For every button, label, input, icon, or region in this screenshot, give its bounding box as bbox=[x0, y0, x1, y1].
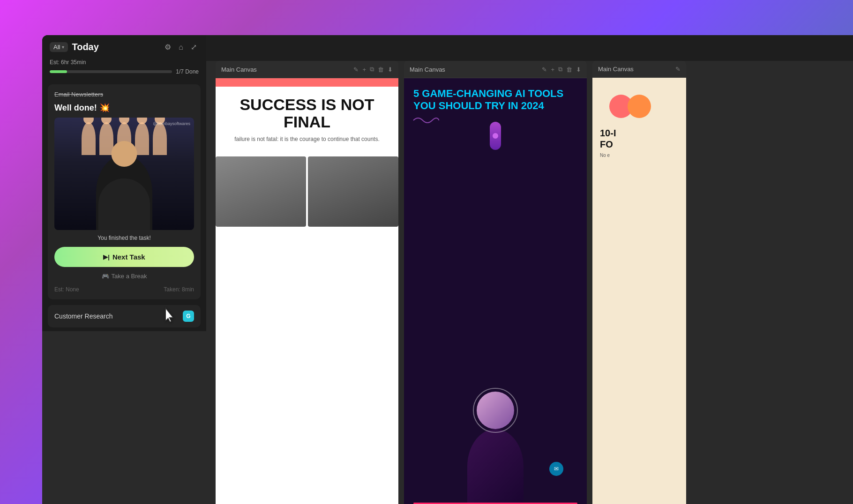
canvas-title-2: Main Canvas bbox=[410, 66, 445, 73]
partial-subtext: No e bbox=[600, 153, 679, 158]
settings-icon[interactable]: ⚙ bbox=[163, 42, 173, 52]
audience-person bbox=[82, 122, 96, 155]
success-image-right bbox=[308, 156, 398, 227]
ai-glow-ring bbox=[473, 388, 518, 433]
download-icon-2[interactable]: ⬇ bbox=[576, 66, 581, 73]
ai-figure-head bbox=[477, 392, 514, 429]
decorative-squiggle bbox=[411, 113, 439, 129]
canvas-content-1: SUCCESS IS NOT FINAL failure is not fata… bbox=[216, 78, 398, 504]
celebration-emoji: 💥 bbox=[99, 103, 110, 112]
ai-figure-body bbox=[467, 429, 524, 504]
canvas-actions-3: ✎ bbox=[675, 66, 681, 73]
success-canvas: SUCCESS IS NOT FINAL failure is not fata… bbox=[216, 78, 398, 504]
take-break-button[interactable]: 🎮 Take a Break bbox=[54, 271, 194, 282]
canvas-panel-1: Main Canvas ✎ + ⧉ 🗑 ⬇ SUCCESS IS NOT FIN… bbox=[216, 61, 398, 504]
app-background: 79066 All ▾ Today ⚙ ⌂ ⤢ Est: 6hr 35min 1… bbox=[0, 0, 853, 504]
canvas-header-3: Main Canvas ✎ bbox=[592, 61, 686, 78]
figure-body bbox=[98, 178, 150, 230]
canvas-panel-3: Main Canvas ✎ 10-IFO No e bbox=[592, 61, 686, 504]
progress-section: Est: 6hr 35min 1/7 Done bbox=[42, 57, 206, 81]
progress-bar-fill bbox=[50, 70, 67, 73]
partial-canvas-content: 10-IFO No e bbox=[592, 78, 686, 504]
gamepad-icon: 🎮 bbox=[102, 273, 109, 280]
filter-pill[interactable]: All ▾ bbox=[50, 42, 68, 52]
audience-person bbox=[153, 122, 167, 155]
est-label: Est: 6hr 35min bbox=[50, 59, 199, 66]
canvas-header-2: Main Canvas ✎ + ⧉ 🗑 ⬇ bbox=[404, 61, 587, 78]
circle-group bbox=[600, 85, 679, 123]
task-card-title: Email Newsletters bbox=[54, 91, 194, 98]
task-card-footer: Est: None Taken: 8min bbox=[54, 286, 194, 293]
ai-icon-badge: ✉ bbox=[549, 462, 563, 476]
partial-canvas-inner: 10-IFO No e bbox=[592, 78, 686, 504]
next-task-item[interactable]: Customer Research G bbox=[48, 305, 201, 327]
main-figure bbox=[96, 155, 152, 230]
gif-watermark: @bombaysoftwares bbox=[153, 121, 190, 126]
ai-canvas: 5 GAME-CHANGING AI TOOLS YOU SHOULD TRY … bbox=[404, 78, 587, 504]
copy-icon[interactable]: ⧉ bbox=[370, 66, 374, 73]
ai-capsule bbox=[490, 122, 501, 150]
copy-icon-2[interactable]: ⧉ bbox=[558, 66, 562, 73]
chevron-down-icon: ▾ bbox=[62, 44, 64, 50]
delete-icon-2[interactable]: 🗑 bbox=[566, 66, 572, 73]
progress-row: 1/7 Done bbox=[50, 68, 199, 75]
canvas-header-1: Main Canvas ✎ + ⧉ 🗑 ⬇ bbox=[216, 61, 398, 78]
task-gif: @bombaysoftwares bbox=[54, 118, 194, 230]
add-icon-2[interactable]: + bbox=[551, 66, 554, 73]
ai-figure bbox=[458, 392, 533, 504]
panel-header: All ▾ Today ⚙ ⌂ ⤢ bbox=[42, 35, 206, 57]
download-icon[interactable]: ⬇ bbox=[388, 66, 393, 73]
filter-label: All bbox=[53, 44, 60, 51]
break-label: Take a Break bbox=[112, 273, 147, 280]
est-none-label: Est: None bbox=[54, 286, 79, 293]
canvas-actions-2: ✎ + ⧉ 🗑 ⬇ bbox=[542, 66, 581, 73]
audience-person bbox=[135, 122, 149, 155]
canvas-area: Main Canvas ✎ + ⧉ 🗑 ⬇ SUCCESS IS NOT FIN… bbox=[216, 61, 853, 504]
well-done-text: Well done! 💥 bbox=[54, 103, 194, 113]
taken-label: Taken: 8min bbox=[164, 286, 194, 293]
progress-bar bbox=[50, 70, 172, 73]
success-images bbox=[216, 156, 398, 227]
next-task-label: Next Task bbox=[112, 253, 145, 261]
finished-text: You finished the task! bbox=[54, 235, 194, 241]
canvas-title-1: Main Canvas bbox=[221, 66, 257, 73]
task-panel: All ▾ Today ⚙ ⌂ ⤢ Est: 6hr 35min 1/7 Don… bbox=[42, 35, 206, 331]
expand-icon[interactable]: ⤢ bbox=[189, 42, 199, 52]
next-task-button[interactable]: ▶| Next Task bbox=[54, 247, 194, 267]
play-icon: ▶| bbox=[103, 253, 110, 260]
canvas-actions-1: ✎ + ⧉ 🗑 ⬇ bbox=[353, 66, 393, 73]
next-task-name: Customer Research bbox=[54, 312, 113, 320]
ai-headline: 5 GAME-CHANGING AI TOOLS YOU SHOULD TRY … bbox=[404, 78, 587, 117]
progress-count: 1/7 Done bbox=[176, 68, 199, 75]
success-subtext: failure is not fatal: it is the courage … bbox=[227, 136, 387, 142]
success-main: SUCCESS IS NOT FINAL failure is not fata… bbox=[216, 87, 398, 156]
delete-icon[interactable]: 🗑 bbox=[378, 66, 384, 73]
edit-icon[interactable]: ✎ bbox=[353, 66, 359, 73]
panel-title: Today bbox=[72, 42, 159, 52]
edit-icon-3[interactable]: ✎ bbox=[675, 66, 681, 73]
edit-icon-2[interactable]: ✎ bbox=[542, 66, 547, 73]
figure-head bbox=[112, 141, 137, 167]
canvas-title-3: Main Canvas bbox=[598, 66, 634, 73]
task-badge: G bbox=[183, 311, 194, 322]
ai-image-area: ✉ bbox=[404, 117, 587, 504]
gif-scene bbox=[54, 118, 194, 230]
success-header-bar bbox=[216, 78, 398, 87]
success-headline: SUCCESS IS NOT FINAL bbox=[227, 96, 387, 131]
success-image-left bbox=[216, 156, 306, 227]
circle-right bbox=[628, 95, 651, 118]
partial-text: 10-IFO bbox=[600, 127, 679, 150]
add-icon[interactable]: + bbox=[362, 66, 366, 73]
home-icon[interactable]: ⌂ bbox=[177, 42, 185, 52]
task-card: Email Newsletters Well done! 💥 bbox=[48, 84, 201, 299]
canvas-panel-2: Main Canvas ✎ + ⧉ 🗑 ⬇ 5 GAME-CHANGING AI… bbox=[404, 61, 587, 504]
canvas-content-2: 5 GAME-CHANGING AI TOOLS YOU SHOULD TRY … bbox=[404, 78, 587, 504]
